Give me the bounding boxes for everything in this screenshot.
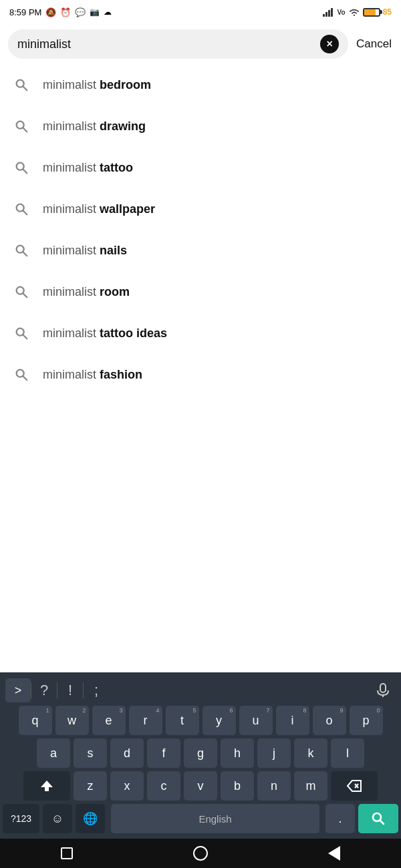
keyboard-row-3: zxcvbnm	[0, 771, 401, 801]
backspace-key[interactable]	[331, 771, 378, 801]
keyboard-bottom-row: ?123 ☺ 🌐 English .	[0, 804, 401, 836]
key-m[interactable]: m	[294, 771, 327, 801]
svg-line-11	[23, 211, 27, 215]
clear-button[interactable]: ×	[320, 35, 339, 53]
search-icon-0	[12, 75, 31, 94]
key-k[interactable]: k	[294, 738, 327, 768]
key-u[interactable]: 7u	[239, 706, 273, 735]
suggestion-item-4[interactable]: minimalist nails	[0, 230, 401, 271]
key-c[interactable]: c	[147, 771, 180, 801]
search-key[interactable]	[358, 804, 398, 833]
key-v[interactable]: v	[184, 771, 217, 801]
home-button[interactable]	[186, 839, 215, 868]
key-g[interactable]: g	[184, 738, 217, 768]
key-i[interactable]: 8i	[276, 706, 309, 735]
search-icon-1	[12, 117, 31, 136]
globe-key[interactable]: 🌐	[76, 804, 105, 833]
suggestion-suffix-6: tattoo ideas	[100, 327, 167, 340]
key-d[interactable]: d	[110, 738, 144, 768]
signal-icon	[323, 7, 335, 17]
key-y[interactable]: 6y	[203, 706, 236, 735]
key-o[interactable]: 9o	[313, 706, 346, 735]
key-b[interactable]: b	[221, 771, 254, 801]
key-j[interactable]: j	[257, 738, 291, 768]
keyboard-row-1: 1q2w3e4r5t6y7u8i9o0p	[0, 706, 401, 735]
mute-icon: 🔕	[45, 7, 56, 17]
suggestion-prefix-2: minimalist	[43, 161, 100, 174]
recents-icon	[61, 847, 73, 859]
suggestion-item-1[interactable]: minimalist drawing	[0, 105, 401, 147]
period-key[interactable]: .	[325, 804, 355, 833]
key-w[interactable]: 2w	[55, 706, 89, 735]
space-key[interactable]: English	[111, 804, 319, 833]
key-r[interactable]: 4r	[129, 706, 162, 735]
clear-icon: ×	[326, 39, 332, 49]
recents-button[interactable]	[52, 839, 82, 868]
suggestion-item-5[interactable]: minimalist room	[0, 271, 401, 312]
suggestion-suffix-7: fashion	[100, 368, 142, 381]
vo-icon: Vo	[338, 9, 346, 16]
microphone-key[interactable]	[370, 678, 396, 702]
num-key[interactable]: ?123	[3, 804, 39, 833]
key-q[interactable]: 1q	[19, 706, 52, 735]
expand-key[interactable]: >	[5, 678, 31, 702]
suggestion-suffix-3: wallpaper	[100, 202, 155, 216]
suggestion-prefix-3: minimalist	[43, 202, 100, 216]
back-button[interactable]	[319, 839, 349, 868]
suggestion-item-6[interactable]: minimalist tattoo ideas	[0, 312, 401, 354]
key-f[interactable]: f	[147, 738, 180, 768]
cancel-button[interactable]: Cancel	[355, 35, 393, 53]
key-h[interactable]: h	[221, 738, 254, 768]
search-input[interactable]	[17, 37, 316, 51]
suggestion-item-0[interactable]: minimalist bedroom	[0, 64, 401, 105]
svg-line-19	[23, 377, 27, 381]
suggestion-item-2[interactable]: minimalist tattoo	[0, 147, 401, 188]
suggestion-item-3[interactable]: minimalist wallpaper	[0, 188, 401, 230]
emoji-key[interactable]: ☺	[43, 804, 72, 833]
suggestion-text-7: minimalist fashion	[43, 368, 142, 382]
suggestion-suffix-0: bedroom	[100, 78, 151, 91]
suggestion-prefix-4: minimalist	[43, 244, 100, 257]
keyboard-top-row: > ? ! ;	[0, 676, 401, 706]
svg-line-15	[23, 294, 27, 298]
search-icon-5	[12, 282, 31, 301]
key-p[interactable]: 0p	[350, 706, 383, 735]
nav-bar	[0, 839, 401, 868]
suggestion-text-5: minimalist room	[43, 285, 130, 299]
key-n[interactable]: n	[257, 771, 291, 801]
svg-line-7	[23, 128, 27, 132]
key-e[interactable]: 3e	[92, 706, 126, 735]
suggestion-prefix-5: minimalist	[43, 285, 100, 298]
search-icon-7	[12, 365, 31, 384]
key-x[interactable]: x	[110, 771, 144, 801]
semicolon-key[interactable]: ;	[84, 678, 109, 702]
key-a[interactable]: a	[37, 738, 70, 768]
suggestion-prefix-6: minimalist	[43, 327, 100, 340]
svg-line-25	[380, 821, 384, 825]
suggestions-list: minimalist bedroom minimalist drawing mi…	[0, 64, 401, 395]
svg-line-5	[23, 87, 27, 91]
key-z[interactable]: z	[74, 771, 107, 801]
svg-rect-1	[325, 12, 327, 17]
search-input-wrap[interactable]: ×	[8, 29, 348, 59]
suggestion-prefix-7: minimalist	[43, 368, 100, 381]
exclamation-key[interactable]: !	[57, 678, 83, 702]
key-s[interactable]: s	[74, 738, 107, 768]
battery-icon	[363, 8, 380, 17]
suggestion-text-4: minimalist nails	[43, 244, 127, 258]
suggestion-item-7[interactable]: minimalist fashion	[0, 354, 401, 395]
svg-rect-0	[323, 14, 325, 17]
battery-level: 85	[383, 7, 392, 17]
key-t[interactable]: 5t	[166, 706, 199, 735]
home-icon	[193, 846, 208, 861]
message-icon: 💬	[75, 7, 86, 17]
question-key[interactable]: ?	[31, 678, 57, 702]
camera-icon: 📷	[90, 7, 100, 17]
search-bar-container: × Cancel	[0, 24, 401, 64]
key-l[interactable]: l	[331, 738, 364, 768]
suggestion-text-0: minimalist bedroom	[43, 78, 151, 92]
cloud-icon: ☁	[104, 7, 112, 17]
status-bar: 8:59 PM 🔕 ⏰ 💬 📷 ☁ Vo 85	[0, 0, 401, 24]
shift-key[interactable]	[23, 771, 70, 801]
time-display: 8:59 PM	[9, 7, 41, 17]
